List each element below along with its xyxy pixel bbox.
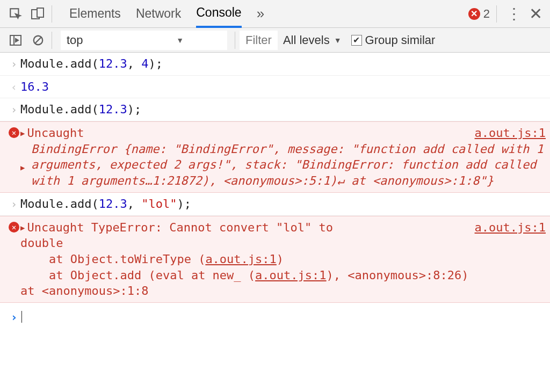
device-toggle-icon[interactable] bbox=[27, 3, 49, 25]
error-marker: ✕ bbox=[8, 220, 20, 233]
expand-icon[interactable]: ▶ bbox=[20, 128, 25, 139]
svg-marker-5 bbox=[16, 39, 18, 42]
console-log: Module.add(12.3, 4); 16.3 Module.add(12.… bbox=[0, 53, 550, 330]
levels-label: All levels bbox=[283, 33, 330, 47]
clear-console-icon[interactable] bbox=[27, 29, 49, 52]
expand-icon[interactable]: ▶ bbox=[20, 163, 25, 173]
error-count: 2 bbox=[483, 7, 490, 21]
console-sidebar-toggle-icon[interactable] bbox=[4, 29, 27, 52]
input-marker bbox=[8, 101, 20, 116]
output-value: 16.3 bbox=[20, 79, 546, 95]
more-tabs-icon[interactable]: » bbox=[257, 5, 264, 22]
tab-label: Elements bbox=[69, 6, 121, 21]
filter-placeholder: Filter bbox=[245, 33, 272, 47]
tab-label: Console bbox=[196, 5, 241, 20]
console-error-row: ✕ ▶Uncaught a.out.js:1 ▶ BindingError {n… bbox=[0, 121, 550, 193]
stack-line: at Object.add (eval at new_ (a.out.js:1)… bbox=[20, 267, 546, 284]
tab-console[interactable]: Console bbox=[196, 0, 241, 28]
input-code: Module.add(12.3, 4); bbox=[20, 56, 546, 72]
error-content: ▶Uncaught a.out.js:1 ▶ BindingError {nam… bbox=[20, 125, 546, 189]
execution-context-select[interactable]: top ▼ bbox=[61, 31, 227, 50]
filter-input[interactable]: Filter bbox=[240, 31, 278, 50]
error-body: BindingError {name: "BindingError", mess… bbox=[31, 141, 546, 189]
text-caret bbox=[21, 311, 22, 323]
console-error-row: ✕ ▶Uncaught TypeError: Cannot convert "l… bbox=[0, 216, 550, 303]
inspect-icon[interactable] bbox=[4, 3, 27, 25]
stack-line: at <anonymous>:1:8 bbox=[20, 283, 546, 299]
toolbar-separator bbox=[52, 5, 52, 23]
source-link[interactable]: a.out.js:1 bbox=[475, 125, 546, 141]
error-icon: ✕ bbox=[9, 127, 19, 138]
error-header-cont: double bbox=[20, 236, 63, 250]
console-prompt-row[interactable] bbox=[0, 303, 550, 330]
log-levels-select[interactable]: All levels ▼ bbox=[283, 33, 342, 47]
toolbar-separator bbox=[52, 32, 52, 49]
input-code: Module.add(12.3, "lol"); bbox=[20, 196, 546, 212]
tab-elements[interactable]: Elements bbox=[69, 0, 121, 28]
error-header: Uncaught TypeError: Cannot convert "lol"… bbox=[27, 221, 333, 234]
console-output-row: 16.3 bbox=[0, 76, 550, 99]
error-count-badge[interactable]: ✕ 2 bbox=[468, 7, 490, 21]
chevron-down-icon: ▼ bbox=[176, 36, 184, 45]
tab-label: Network bbox=[136, 6, 181, 21]
error-icon: ✕ bbox=[468, 8, 480, 20]
expand-icon[interactable]: ▶ bbox=[20, 223, 25, 233]
console-input-row: Module.add(12.3, 4); bbox=[0, 53, 550, 76]
console-input-row: Module.add(12.3); bbox=[0, 98, 550, 121]
input-marker bbox=[8, 56, 20, 70]
close-icon[interactable]: ✕ bbox=[529, 4, 542, 23]
svg-line-7 bbox=[35, 37, 41, 43]
input-marker bbox=[8, 196, 20, 210]
error-header: Uncaught bbox=[27, 126, 84, 140]
toolbar-separator bbox=[235, 32, 235, 49]
source-link[interactable]: a.out.js:1 bbox=[475, 220, 546, 236]
devtools-tabs: Elements Network Console » bbox=[69, 0, 468, 28]
toolbar-separator bbox=[496, 5, 497, 23]
chevron-down-icon: ▼ bbox=[334, 36, 342, 45]
console-input-row: Module.add(12.3, "lol"); bbox=[0, 193, 550, 216]
input-code: Module.add(12.3); bbox=[20, 101, 546, 118]
source-link[interactable]: a.out.js:1 bbox=[205, 252, 276, 266]
output-marker bbox=[8, 79, 20, 93]
error-content: ▶Uncaught TypeError: Cannot convert "lol… bbox=[20, 220, 546, 299]
error-icon: ✕ bbox=[9, 222, 19, 233]
console-toolbar: top ▼ Filter All levels ▼ ✔ Group simila… bbox=[0, 28, 550, 53]
group-similar-label: Group similar bbox=[365, 33, 436, 47]
source-link[interactable]: a.out.js:1 bbox=[255, 268, 326, 282]
group-similar-checkbox[interactable]: ✔ bbox=[351, 35, 362, 46]
error-marker: ✕ bbox=[8, 125, 20, 138]
stack-line: at Object.toWireType (a.out.js:1) bbox=[20, 251, 546, 267]
prompt-marker bbox=[8, 309, 20, 324]
prompt-input[interactable] bbox=[20, 308, 546, 324]
devtools-toolbar: Elements Network Console » ✕ 2 ⋮ ✕ bbox=[0, 0, 550, 28]
tab-network[interactable]: Network bbox=[136, 0, 181, 28]
context-label: top bbox=[67, 33, 83, 47]
svg-rect-2 bbox=[37, 8, 44, 17]
